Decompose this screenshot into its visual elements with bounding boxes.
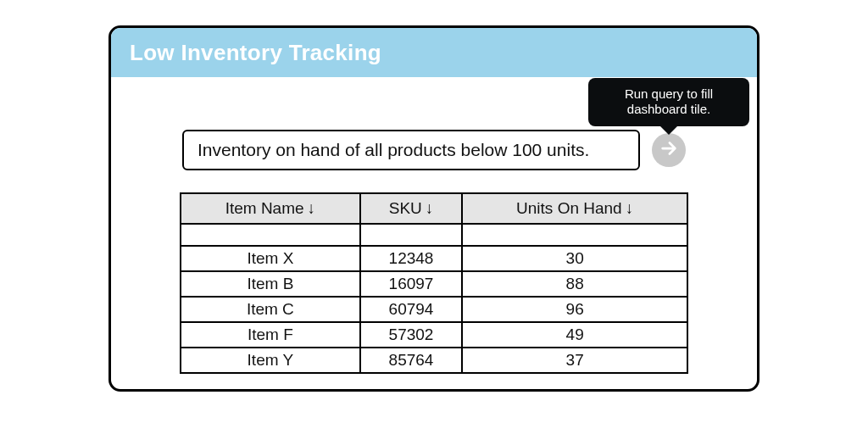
table-row: Item Y 85764 37 [181, 348, 687, 373]
cell-units: 88 [462, 271, 687, 297]
table-header-row: Item Name↓ SKU↓ Units On Hand↓ [181, 193, 687, 224]
cell-units [462, 224, 687, 246]
tile-header: Low Inventory Tracking [111, 28, 757, 77]
cell-sku [360, 224, 463, 246]
run-query-button[interactable]: Run query to fill dashboard tile. [652, 133, 686, 167]
cell-item-name: Item F [181, 322, 360, 348]
results-table-wrap: Item Name↓ SKU↓ Units On Hand↓ [180, 192, 688, 374]
cell-item-name [181, 224, 360, 246]
table-row: Item C 60794 96 [181, 297, 687, 322]
cell-item-name: Item X [181, 246, 360, 271]
table-row: Item B 16097 88 [181, 271, 687, 297]
col-header-label: SKU [389, 199, 422, 217]
query-row: Inventory on hand of all products below … [111, 130, 757, 170]
cell-sku: 57302 [360, 322, 463, 348]
cell-sku: 16097 [360, 271, 463, 297]
sort-desc-icon: ↓ [626, 199, 634, 217]
cell-item-name: Item B [181, 271, 360, 297]
cell-units: 37 [462, 348, 687, 373]
cell-item-name: Item Y [181, 348, 360, 373]
cell-sku: 12348 [360, 246, 463, 271]
table-row [181, 224, 687, 246]
tile-title: Low Inventory Tracking [130, 40, 381, 66]
table-row: Item X 12348 30 [181, 246, 687, 271]
sort-desc-icon: ↓ [426, 199, 434, 217]
cell-sku: 85764 [360, 348, 463, 373]
query-input[interactable]: Inventory on hand of all products below … [182, 130, 640, 170]
cell-sku: 60794 [360, 297, 463, 322]
results-table: Item Name↓ SKU↓ Units On Hand↓ [180, 192, 688, 374]
cell-units: 49 [462, 322, 687, 348]
col-header-item-name[interactable]: Item Name↓ [181, 193, 360, 224]
cell-item-name: Item C [181, 297, 360, 322]
dashboard-tile: Low Inventory Tracking Inventory on hand… [108, 25, 760, 392]
col-header-label: Item Name [225, 199, 304, 217]
col-header-sku[interactable]: SKU↓ [360, 193, 463, 224]
sort-desc-icon: ↓ [308, 199, 316, 217]
cell-units: 96 [462, 297, 687, 322]
run-query-tooltip: Run query to fill dashboard tile. [588, 78, 749, 127]
cell-units: 30 [462, 246, 687, 271]
table-row: Item F 57302 49 [181, 322, 687, 348]
col-header-units[interactable]: Units On Hand↓ [462, 193, 687, 224]
col-header-label: Units On Hand [516, 199, 622, 217]
